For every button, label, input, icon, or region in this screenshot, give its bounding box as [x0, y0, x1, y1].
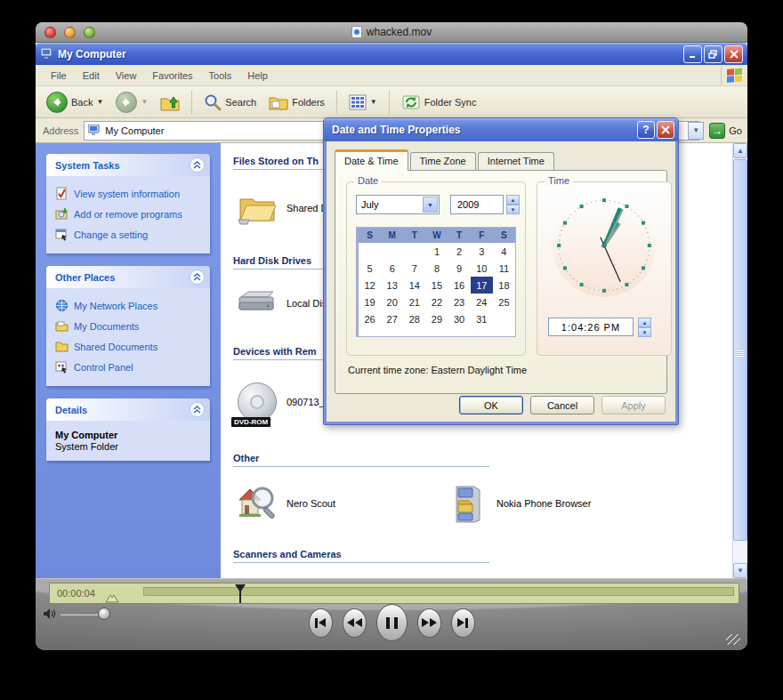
timeline[interactable]: 00:00:04 — [49, 583, 739, 604]
cancel-button[interactable]: Cancel — [530, 396, 594, 414]
calendar-day[interactable]: 7 — [403, 260, 425, 277]
sidebar-item-my-documents[interactable]: My Documents — [55, 316, 203, 336]
address-dropdown-button[interactable]: ▼ — [688, 122, 704, 140]
calendar-day[interactable]: 9 — [448, 260, 471, 277]
spin-down-icon[interactable]: ▼ — [506, 205, 520, 214]
calendar-day[interactable]: 31 — [471, 310, 493, 327]
sidebar-item-my-network-places[interactable]: My Network Places — [55, 295, 203, 316]
calendar-day[interactable]: 30 — [448, 310, 471, 327]
calendar-day[interactable]: 5 — [359, 260, 381, 277]
resize-grip[interactable] — [726, 634, 740, 645]
calendar-day[interactable]: 11 — [493, 260, 515, 277]
spin-up-icon[interactable]: ▲ — [638, 318, 651, 327]
item-nero-scout[interactable]: Nero Scout — [233, 467, 443, 540]
menu-edit[interactable]: Edit — [75, 67, 108, 84]
chevron-up-icon[interactable] — [190, 157, 205, 173]
ok-button[interactable]: OK — [459, 396, 523, 414]
sidebar-item-add-remove-programs[interactable]: Add or remove programs — [55, 204, 203, 224]
calendar[interactable]: SMTWTFS 1234 567891011 12131415161718 19… — [356, 227, 516, 337]
fast-forward-button[interactable] — [417, 608, 441, 638]
calendar-day[interactable] — [493, 310, 515, 327]
calendar-day[interactable]: 24 — [471, 294, 493, 310]
calendar-day[interactable]: 15 — [425, 277, 448, 294]
dialog-titlebar[interactable]: Date and Time Properties ? — [324, 118, 678, 141]
calendar-day[interactable]: 19 — [359, 294, 381, 310]
details-header[interactable]: Details — [46, 398, 210, 421]
calendar-day[interactable]: 16 — [448, 277, 471, 294]
calendar-day[interactable]: 14 — [403, 277, 425, 294]
rewind-button[interactable] — [343, 608, 367, 638]
back-button[interactable]: Back▼ — [43, 90, 107, 115]
menu-favorites[interactable]: Favorites — [144, 67, 200, 84]
calendar-day[interactable]: 23 — [448, 294, 471, 310]
chevron-down-icon[interactable]: ▼ — [423, 197, 438, 213]
time-spinner[interactable]: ▲ ▼ — [638, 318, 651, 337]
spin-down-icon[interactable]: ▼ — [638, 327, 651, 337]
other-places-header[interactable]: Other Places — [46, 266, 210, 288]
close-button[interactable] — [724, 45, 743, 63]
sidebar-item-change-a-setting[interactable]: Change a setting — [55, 224, 203, 245]
sidebar-item-control-panel[interactable]: Control Panel — [55, 357, 203, 377]
calendar-day[interactable]: 26 — [359, 310, 381, 327]
calendar-day[interactable]: 4 — [493, 243, 515, 260]
calendar-day[interactable]: 25 — [493, 294, 515, 310]
scroll-up-button[interactable]: ▲ — [733, 143, 747, 158]
spin-up-icon[interactable]: ▲ — [506, 195, 520, 205]
close-traffic-light-icon[interactable] — [44, 27, 56, 38]
timeline-track[interactable] — [143, 587, 734, 596]
calendar-day[interactable] — [359, 243, 381, 260]
calendar-day[interactable]: 10 — [471, 260, 493, 277]
pause-button[interactable] — [376, 604, 408, 641]
calendar-day[interactable]: 13 — [381, 277, 403, 294]
forward-button[interactable]: ▼ — [112, 90, 151, 115]
help-button[interactable]: ? — [637, 121, 655, 139]
sidebar-item-view-system-information[interactable]: View system information — [55, 183, 203, 204]
scroll-down-button[interactable]: ▼ — [733, 563, 747, 578]
calendar-day[interactable] — [381, 243, 403, 260]
restore-button[interactable] — [704, 45, 722, 63]
views-button[interactable]: ▼ — [345, 93, 381, 112]
year-input[interactable]: 2009 — [450, 195, 504, 214]
menu-view[interactable]: View — [108, 67, 145, 84]
calendar-day[interactable]: 2 — [448, 243, 471, 260]
apply-button[interactable]: Apply — [601, 396, 666, 414]
chevron-up-icon[interactable] — [190, 402, 205, 417]
vertical-scrollbar[interactable]: ▲ ▼ — [732, 143, 747, 578]
minimize-traffic-light-icon[interactable] — [64, 27, 76, 38]
menu-tools[interactable]: Tools — [201, 67, 240, 84]
menu-help[interactable]: Help — [239, 67, 276, 84]
playhead[interactable] — [235, 584, 246, 598]
sidebar-item-shared-documents[interactable]: Shared Documents — [55, 336, 203, 357]
up-button[interactable] — [157, 92, 183, 113]
month-select[interactable]: July ▼ — [356, 195, 440, 214]
tab-time-zone[interactable]: Time Zone — [410, 152, 476, 170]
previous-frame-button[interactable] — [309, 608, 333, 638]
item-apple-isight[interactable]: Apple Built-in iSight — [233, 563, 443, 578]
minimize-button[interactable] — [683, 45, 702, 63]
calendar-day[interactable]: 8 — [425, 260, 448, 277]
chevron-up-icon[interactable] — [190, 270, 205, 285]
menu-file[interactable]: File — [43, 67, 75, 84]
item-nokia-phone-browser[interactable]: Nokia Phone Browser — [443, 467, 653, 540]
calendar-day[interactable]: 12 — [359, 277, 381, 294]
calendar-day[interactable]: 29 — [425, 310, 448, 327]
calendar-day[interactable]: 3 — [471, 243, 493, 260]
calendar-day[interactable]: 18 — [493, 277, 515, 294]
scrollbar-thumb[interactable] — [733, 159, 747, 541]
tab-internet-time[interactable]: Internet Time — [478, 152, 554, 170]
zoom-traffic-light-icon[interactable] — [84, 27, 95, 38]
selection-marker-icon[interactable] — [105, 592, 119, 603]
calendar-day-selected[interactable]: 17 — [471, 277, 493, 294]
folder-sync-button[interactable]: Folder Sync — [398, 92, 480, 113]
calendar-day[interactable] — [403, 243, 425, 260]
tab-date-time[interactable]: Date & Time — [335, 149, 408, 171]
quicktime-titlebar[interactable]: whacked.mov — [36, 22, 747, 43]
time-input[interactable]: 1:04:26 PM — [548, 318, 634, 336]
next-frame-button[interactable] — [451, 608, 475, 638]
search-button[interactable]: Search — [200, 92, 260, 113]
xp-titlebar[interactable]: My Computer — [36, 43, 747, 65]
calendar-day[interactable]: 28 — [403, 310, 425, 327]
calendar-day[interactable]: 1 — [425, 243, 448, 260]
year-spinner[interactable]: ▲ ▼ — [506, 195, 520, 214]
calendar-day[interactable]: 22 — [425, 294, 448, 310]
